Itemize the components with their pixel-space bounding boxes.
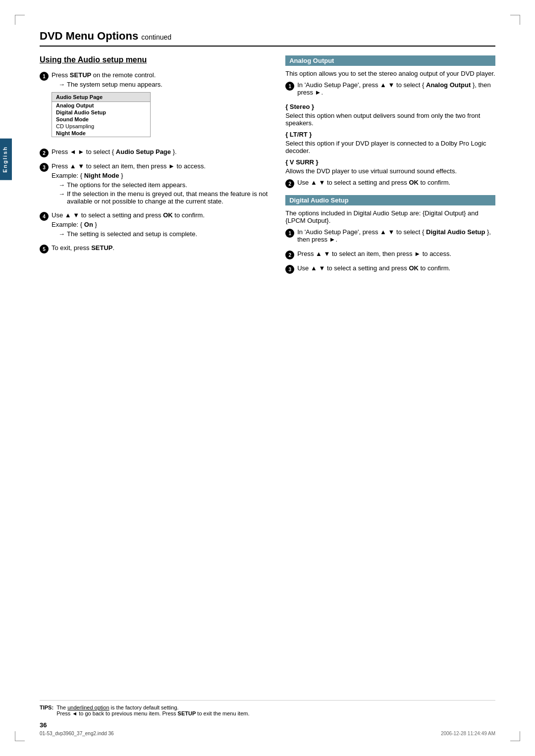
ltrt-heading: { LT/RT } [285,131,495,138]
digital-audio-header: Digital Audio Setup [285,195,495,205]
step-3-arrow-2-text: If the selection in the menu is greyed o… [67,190,270,205]
analog-output-intro: This option allows you to set the stereo… [285,70,495,77]
digital-step-2-content: Press ▲ ▼ to select an item, then press … [297,250,495,259]
corner-mark-tl [15,15,25,25]
step-num-2: 2 [40,149,49,157]
digital-step-3-content: Use ▲ ▼ to select a setting and press OK… [297,264,495,274]
section-heading-audio: Using the Audio setup menu [40,55,270,64]
file-info-left: 01-53_dvp3960_37_eng2.indd 36 [40,731,114,736]
setup-box-item-1: Analog Output [52,102,150,109]
step-5: 5 To exit, press SETUP. [40,244,270,253]
step-3-arrow-2: If the selection in the menu is greyed o… [58,190,270,205]
right-step-num-2: 2 [285,179,294,188]
step-5-content: To exit, press SETUP. [52,244,270,253]
tips-line-1: The underlined option is the factory def… [56,705,249,710]
digital-audio-intro: The options included in Digital Audio Se… [285,209,495,224]
digital-step-1: 1 In 'Audio Setup Page', press ▲ ▼ to se… [285,228,495,245]
step-4-arrow-1: The setting is selected and setup is com… [58,230,270,238]
setup-box-item-4: CD Upsampling [52,123,150,130]
right-step-2-content: Use ▲ ▼ to select a setting and press OK… [297,179,495,188]
tips-label: TIPS: [40,705,54,710]
digital-step-3-text: Use ▲ ▼ to select a setting and press OK… [297,264,495,272]
step-4: 4 Use ▲ ▼ to select a setting and press … [40,211,270,239]
digital-step-1-content: In 'Audio Setup Page', press ▲ ▼ to sele… [297,228,495,245]
right-step-1: 1 In 'Audio Setup Page', press ▲ ▼ to se… [285,81,495,98]
step-1-arrow-text: The system setup menu appears. [67,81,162,88]
step-3-example: Example: { Night Mode } [52,172,270,179]
right-step-num-1: 1 [285,82,294,91]
title-text: DVD Menu Options [40,30,138,42]
step-1-arrow: The system setup menu appears. [58,81,270,88]
corner-mark-tr [510,15,520,25]
two-col-layout: Using the Audio setup menu 1 Press SETUP… [40,55,495,279]
step-4-content: Use ▲ ▼ to select a setting and press OK… [52,211,270,239]
step-3-text: Press ▲ ▼ to select an item, then press … [52,162,270,170]
setup-box-item-2: Digital Audio Setup [52,109,150,116]
setup-box-header: Audio Setup Page [52,93,150,102]
vsurr-text: Allows the DVD player to use virtual sur… [285,167,495,175]
digital-step-num-3: 3 [285,265,294,274]
vsurr-heading: { V SURR } [285,158,495,166]
corner-mark-br [510,731,520,741]
step-4-arrow-1-text: The setting is selected and setup is com… [67,230,197,238]
step-2-text: Press ◄ ► to select { Audio Setup Page }… [52,148,270,155]
file-info-right: 2006-12-28 11:24:49 AM [441,731,495,736]
left-column: Using the Audio setup menu 1 Press SETUP… [40,55,270,279]
step-3-arrow-1-text: The options for the selected item appear… [67,181,187,189]
step-3-content: Press ▲ ▼ to select an item, then press … [52,162,270,206]
right-step-1-text: In 'Audio Setup Page', press ▲ ▼ to sele… [297,81,495,96]
digital-step-num-2: 2 [285,251,294,259]
digital-step-1-text: In 'Audio Setup Page', press ▲ ▼ to sele… [297,228,495,243]
right-column: Analog Output This option allows you to … [285,55,495,279]
tips-content: The underlined option is the factory def… [56,705,249,716]
right-step-2: 2 Use ▲ ▼ to select a setting and press … [285,179,495,188]
tips-line-2: Press ◄ to go back to previous menu item… [56,710,249,716]
digital-step-num-1: 1 [285,229,294,238]
stereo-text: Select this option when output delivers … [285,112,495,127]
right-step-1-content: In 'Audio Setup Page', press ▲ ▼ to sele… [297,81,495,98]
digital-step-2-text: Press ▲ ▼ to select an item, then press … [297,250,495,257]
step-5-text: To exit, press SETUP. [52,244,270,252]
main-title: DVD Menu Options continued [40,30,495,47]
english-tab: English [0,139,12,180]
step-1-content: Press SETUP on the remote control. The s… [52,71,270,143]
setup-box-item-3: Sound Mode [52,116,150,123]
stereo-heading: { Stereo } [285,103,495,110]
corner-mark-bl [15,731,25,741]
step-4-text: Use ▲ ▼ to select a setting and press OK… [52,211,270,219]
tips-section: TIPS: The underlined option is the facto… [40,700,495,716]
page-number: 36 [40,721,47,729]
page-container: English DVD Menu Options continued Using… [0,0,535,756]
step-2-content: Press ◄ ► to select { Audio Setup Page }… [52,148,270,157]
analog-output-header: Analog Output [285,55,495,66]
step-4-example: Example: { On } [52,221,270,228]
digital-step-3: 3 Use ▲ ▼ to select a setting and press … [285,264,495,274]
digital-step-2: 2 Press ▲ ▼ to select an item, then pres… [285,250,495,259]
step-num-1: 1 [40,72,49,81]
ltrt-text: Select this option if your DVD player is… [285,140,495,154]
step-3-arrow-1: The options for the selected item appear… [58,181,270,189]
title-continued: continued [141,33,171,41]
setup-page-box: Audio Setup Page Analog Output Digital A… [52,92,151,137]
step-num-4: 4 [40,212,49,221]
step-1: 1 Press SETUP on the remote control. The… [40,71,270,143]
step-1-text: Press SETUP on the remote control. [52,71,270,79]
right-step-2-text: Use ▲ ▼ to select a setting and press OK… [297,179,495,186]
step-num-5: 5 [40,245,49,253]
step-num-3: 3 [40,163,49,172]
step-3: 3 Press ▲ ▼ to select an item, then pres… [40,162,270,206]
step-2: 2 Press ◄ ► to select { Audio Setup Page… [40,148,270,157]
setup-box-item-5: Night Mode [52,130,150,137]
